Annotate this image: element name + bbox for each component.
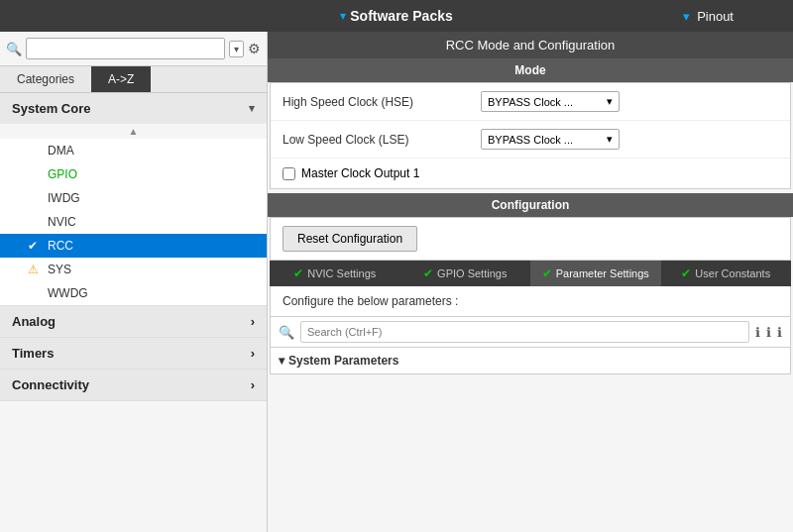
master-clock-label: Master Clock Output 1 <box>301 166 419 180</box>
software-packs-arrow: ▾ <box>340 9 346 23</box>
param-info-icon-3[interactable]: ℹ <box>777 325 782 340</box>
user-tab-check-icon: ✔ <box>681 266 691 280</box>
timers-label: Timers <box>12 346 54 361</box>
low-speed-clock-value: BYPASS Clock ... <box>488 134 573 146</box>
wwdg-label: WWDG <box>48 286 88 300</box>
low-speed-clock-dropdown-icon: ▾ <box>607 133 613 146</box>
user-tab-label: User Constants <box>695 267 770 279</box>
gear-icon[interactable]: ⚙ <box>248 41 261 56</box>
low-speed-clock-label: Low Speed Clock (LSE) <box>283 133 481 147</box>
sidebar-item-dma[interactable]: DMA <box>0 139 267 162</box>
tab-az[interactable]: A->Z <box>91 66 151 92</box>
search-dropdown-arrow[interactable]: ▾ <box>229 41 244 57</box>
tab-categories[interactable]: Categories <box>0 66 91 92</box>
gpio-label: GPIO <box>48 167 77 181</box>
sidebar-item-gpio[interactable]: GPIO <box>0 162 267 186</box>
sidebar: 🔍 ▾ ⚙ Categories A->Z System Core ▾ ▲ DM <box>0 32 268 532</box>
scroll-indicator: ▲ <box>0 124 267 139</box>
sidebar-tabs: Categories A->Z <box>0 66 267 93</box>
sidebar-search-input[interactable] <box>26 38 225 59</box>
sidebar-group-header-connectivity[interactable]: Connectivity › <box>0 370 267 400</box>
high-speed-clock-select[interactable]: BYPASS Clock ... ▾ <box>481 91 620 112</box>
sidebar-group-connectivity: Connectivity › <box>0 370 267 401</box>
param-search-icon: 🔍 <box>279 325 294 340</box>
sidebar-group-analog: Analog › <box>0 306 267 338</box>
gpio-tab-label: GPIO Settings <box>437 267 507 279</box>
mode-section: High Speed Clock (HSE) BYPASS Clock ... … <box>270 82 791 189</box>
low-speed-clock-select[interactable]: BYPASS Clock ... ▾ <box>481 129 620 150</box>
sidebar-search-bar: 🔍 ▾ ⚙ <box>0 32 267 66</box>
connectivity-label: Connectivity <box>12 377 89 392</box>
high-speed-clock-row: High Speed Clock (HSE) BYPASS Clock ... … <box>271 83 790 121</box>
sidebar-item-rcc[interactable]: ✔ RCC <box>0 234 267 258</box>
sys-warn-icon: ⚠ <box>28 263 42 276</box>
param-search-row: 🔍 ℹ ℹ ℹ <box>270 317 791 348</box>
reset-btn-wrap: Reset Configuration <box>270 217 791 261</box>
rcc-check-icon: ✔ <box>28 239 42 253</box>
nvic-tab-label: NVIC Settings <box>307 267 376 279</box>
pinout-arrow: ▾ <box>683 9 690 24</box>
connectivity-chevron: › <box>251 377 255 392</box>
system-core-items: DMA GPIO IWDG NVIC ✔ <box>0 139 267 305</box>
main-layout: 🔍 ▾ ⚙ Categories A->Z System Core ▾ ▲ DM <box>0 32 793 532</box>
sidebar-item-wwdg[interactable]: WWDG <box>0 281 267 305</box>
content-title: RCC Mode and Configuration <box>268 32 793 58</box>
reset-config-button[interactable]: Reset Configuration <box>283 226 417 252</box>
param-info-icon-1[interactable]: ℹ <box>755 325 760 340</box>
sys-label: SYS <box>48 263 71 276</box>
master-clock-row: Master Clock Output 1 <box>271 159 790 188</box>
mode-section-header: Mode <box>268 58 793 82</box>
top-bar-title: Software Packs <box>350 8 453 24</box>
config-section-header: Configuration <box>268 193 793 217</box>
pinout-button[interactable]: ▾ Pinout <box>683 9 735 24</box>
param-tab-label: Parameter Settings <box>556 267 649 279</box>
config-tabs: ✔ NVIC Settings ✔ GPIO Settings ✔ Parame… <box>270 261 791 286</box>
sidebar-group-header-timers[interactable]: Timers › <box>0 338 267 369</box>
rcc-label: RCC <box>48 239 73 253</box>
nvic-tab-check-icon: ✔ <box>293 266 303 280</box>
param-tab-check-icon: ✔ <box>542 266 552 280</box>
system-params-header: ▾ System Parameters <box>270 348 791 374</box>
sidebar-group-header-system-core[interactable]: System Core ▾ <box>0 93 267 124</box>
iwdg-label: IWDG <box>48 191 80 205</box>
param-search-input[interactable] <box>300 321 749 343</box>
system-core-label: System Core <box>12 101 90 116</box>
sidebar-item-nvic[interactable]: NVIC <box>0 210 267 234</box>
tab-parameter-settings[interactable]: ✔ Parameter Settings <box>530 261 661 286</box>
system-params-chevron: ▾ <box>279 354 284 368</box>
tab-user-constants[interactable]: ✔ User Constants <box>661 261 792 286</box>
low-speed-clock-row: Low Speed Clock (LSE) BYPASS Clock ... ▾ <box>271 121 790 159</box>
system-core-chevron: ▾ <box>249 102 255 115</box>
high-speed-clock-dropdown-icon: ▾ <box>607 95 613 108</box>
search-icon: 🔍 <box>6 42 22 56</box>
nvic-label: NVIC <box>48 215 76 229</box>
high-speed-clock-value: BYPASS Clock ... <box>488 96 573 108</box>
sidebar-item-sys[interactable]: ⚠ SYS <box>0 258 267 281</box>
system-params-label: System Parameters <box>288 354 398 368</box>
content-panel: RCC Mode and Configuration Mode High Spe… <box>268 32 793 532</box>
pinout-label: Pinout <box>697 9 734 24</box>
param-info-icon-2[interactable]: ℹ <box>766 325 771 340</box>
sidebar-group-system-core: System Core ▾ ▲ DMA GPIO IWDG <box>0 93 267 306</box>
analog-chevron: › <box>251 314 255 329</box>
top-bar: ▾ Software Packs ▾ Pinout <box>0 0 793 32</box>
sidebar-group-timers: Timers › <box>0 338 267 370</box>
master-clock-checkbox[interactable] <box>283 167 295 180</box>
dma-label: DMA <box>48 144 74 158</box>
sidebar-list: System Core ▾ ▲ DMA GPIO IWDG <box>0 93 267 532</box>
gpio-tab-check-icon: ✔ <box>423 266 433 280</box>
tab-nvic-settings[interactable]: ✔ NVIC Settings <box>270 261 400 286</box>
analog-label: Analog <box>12 314 56 329</box>
sidebar-item-iwdg[interactable]: IWDG <box>0 186 267 210</box>
sidebar-group-header-analog[interactable]: Analog › <box>0 306 267 337</box>
timers-chevron: › <box>251 346 255 361</box>
param-configure-label: Configure the below parameters : <box>270 286 791 317</box>
tab-gpio-settings[interactable]: ✔ GPIO Settings <box>400 261 531 286</box>
high-speed-clock-label: High Speed Clock (HSE) <box>283 95 481 109</box>
